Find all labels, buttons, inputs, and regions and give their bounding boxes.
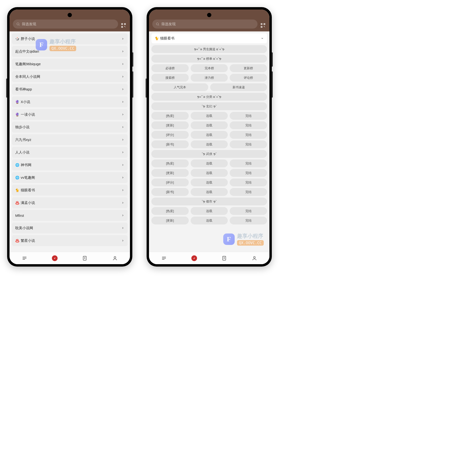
filter-pill[interactable]: 完结: [230, 112, 267, 120]
filter-pill[interactable]: [评分]: [151, 131, 189, 139]
filter-pill[interactable]: [新书]: [151, 140, 189, 148]
source-row[interactable]: 六九书xyz: [12, 134, 128, 145]
section-pill[interactable]: ˇຯ 玄幻 ຯˇ: [151, 102, 267, 110]
filter-pill[interactable]: 连载: [191, 188, 228, 196]
expanded-source-header[interactable]: 🐈 猫眼看书: [151, 33, 267, 43]
source-label: 全本同人小说网: [15, 74, 121, 79]
source-label: 看书神app: [15, 87, 121, 92]
qr-scan-icon[interactable]: [120, 22, 127, 29]
chevron-right-icon: [121, 151, 124, 154]
section-pill[interactable]: ຯ»ˇ`ə 男生频道 ɞ´«ˇຯ: [151, 45, 267, 53]
source-emoji: 🐈: [155, 36, 159, 40]
filter-pill[interactable]: 完结: [230, 159, 267, 167]
source-label: 胖子小说: [21, 37, 121, 41]
filter-pill[interactable]: 新书速递: [210, 83, 267, 91]
filter-pill[interactable]: [更新]: [151, 121, 189, 129]
svg-point-9: [114, 256, 116, 258]
source-row[interactable]: 全本同人小说网: [12, 71, 128, 82]
filter-pill[interactable]: 连载: [191, 112, 228, 120]
source-label: 笔趣阁96biquge: [15, 62, 121, 67]
source-row[interactable]: 🌐vv笔趣阁: [12, 172, 128, 183]
filter-pill[interactable]: 连载: [191, 121, 228, 129]
source-row[interactable]: 笔趣阁96biquge: [12, 59, 128, 69]
nav-profile[interactable]: [111, 254, 119, 262]
section-pill[interactable]: ˇຯ 都市 ຯˇ: [151, 198, 267, 205]
filter-pill[interactable]: 完结: [230, 188, 267, 196]
nav-bookmark[interactable]: [220, 254, 228, 262]
phone-left: 筛选发现 🎲胖子小说起点中文qidian笔趣阁96biquge全本同人小说网看书…: [7, 7, 132, 267]
search-input[interactable]: 筛选发现: [152, 19, 257, 29]
source-row[interactable]: 🌐神书网: [12, 159, 128, 170]
filter-pill[interactable]: 潜力榜: [191, 74, 228, 82]
chevron-right-icon: [121, 37, 124, 40]
filter-pill[interactable]: 连载: [191, 159, 228, 167]
chevron-right-icon: [121, 239, 124, 242]
section-pill[interactable]: ຯ»ˇ`ə 榜单 ɞ´«ˇຯ: [151, 55, 267, 63]
filter-pill[interactable]: 完本榜: [191, 64, 228, 72]
chevron-right-icon: [121, 227, 124, 229]
source-row[interactable]: 🔮一读小说: [12, 109, 128, 120]
source-label: 起点中文qidian: [15, 49, 121, 54]
source-row[interactable]: 🎲胖子小说: [12, 33, 128, 44]
filter-pill[interactable]: 必读榜: [151, 64, 189, 72]
nav-discover[interactable]: [190, 254, 198, 262]
nav-discover[interactable]: [51, 254, 59, 262]
filter-pill[interactable]: 完结: [230, 131, 267, 139]
filter-pill[interactable]: [热度]: [151, 159, 189, 167]
chevron-right-icon: [121, 214, 124, 217]
filter-pill[interactable]: 连载: [191, 131, 228, 139]
nav-bookshelf[interactable]: [20, 254, 29, 262]
source-list[interactable]: 🎲胖子小说起点中文qidian笔趣阁96biquge全本同人小说网看书神app🔮…: [10, 32, 130, 252]
filter-pill[interactable]: 搜索榜: [151, 74, 189, 82]
filter-pill[interactable]: 连载: [191, 140, 228, 148]
chevron-right-icon: [121, 50, 124, 53]
filter-pill[interactable]: [热度]: [151, 112, 189, 120]
hw-button: [6, 79, 7, 98]
filter-pill[interactable]: 完结: [230, 207, 267, 215]
source-row[interactable]: 🔮X小说: [12, 96, 128, 107]
filter-pill[interactable]: 连载: [191, 178, 228, 186]
nav-bookmark[interactable]: [81, 254, 89, 262]
chevron-right-icon: [121, 88, 124, 91]
search-input[interactable]: 筛选发现: [13, 19, 118, 29]
chevron-right-icon: [121, 164, 124, 166]
filter-pill[interactable]: 完结: [230, 140, 267, 148]
filter-pill[interactable]: 完结: [230, 121, 267, 129]
section-pill[interactable]: ຯ»ˇ`ə 分类 ɞ´«ˇຯ: [151, 93, 267, 101]
filter-pill[interactable]: 完结: [230, 169, 267, 177]
filter-pill[interactable]: [新书]: [151, 188, 189, 196]
filter-pill[interactable]: 人气完本: [151, 83, 208, 91]
source-label: 六九书xyz: [15, 137, 121, 142]
source-row[interactable]: ♨️繁星小说: [12, 235, 128, 246]
nav-bookshelf[interactable]: [160, 254, 168, 262]
filter-pill[interactable]: [更新]: [151, 217, 189, 224]
source-row[interactable]: 耽美小说网: [12, 222, 128, 234]
source-label: 一读小说: [21, 112, 121, 117]
hw-button: [132, 71, 133, 98]
filter-pill[interactable]: 连载: [191, 207, 228, 215]
hw-button: [132, 52, 133, 67]
source-row[interactable]: ♨️满孟小说: [12, 197, 128, 208]
nav-profile[interactable]: [250, 254, 258, 262]
filter-pill[interactable]: 连载: [191, 169, 228, 177]
filter-pill[interactable]: 完结: [230, 217, 267, 224]
section-pill[interactable]: ˇຯ 武侠 ຯˇ: [151, 150, 267, 158]
source-label: 猫眼看书: [21, 188, 121, 192]
qr-scan-icon[interactable]: [260, 22, 266, 29]
filter-pill[interactable]: [评分]: [151, 178, 189, 186]
source-row[interactable]: Mfirst: [12, 210, 128, 221]
source-row[interactable]: 看书神app: [12, 84, 128, 95]
filter-pill[interactable]: [热度]: [151, 207, 189, 215]
filter-pill[interactable]: 评论榜: [230, 74, 267, 82]
filter-pill[interactable]: 连载: [191, 217, 228, 224]
filter-pill[interactable]: [更新]: [151, 169, 189, 177]
source-row[interactable]: 起点中文qidian: [12, 46, 128, 57]
source-label: X小说: [21, 100, 121, 104]
filter-pill[interactable]: 更新榜: [230, 64, 267, 72]
source-row[interactable]: 独步小说: [12, 122, 128, 133]
camera-notch: [207, 13, 211, 17]
source-row[interactable]: 🐈猫眼看书: [12, 185, 128, 196]
source-row[interactable]: 人人小说: [12, 147, 128, 158]
category-panel[interactable]: 🐈 猫眼看书 ຯ»ˇ`ə 男生频道 ɞ´«ˇຯ ຯ»ˇ`ə 榜单 ɞ´«ˇຯ 必…: [149, 32, 270, 252]
filter-pill[interactable]: 完结: [230, 178, 267, 186]
